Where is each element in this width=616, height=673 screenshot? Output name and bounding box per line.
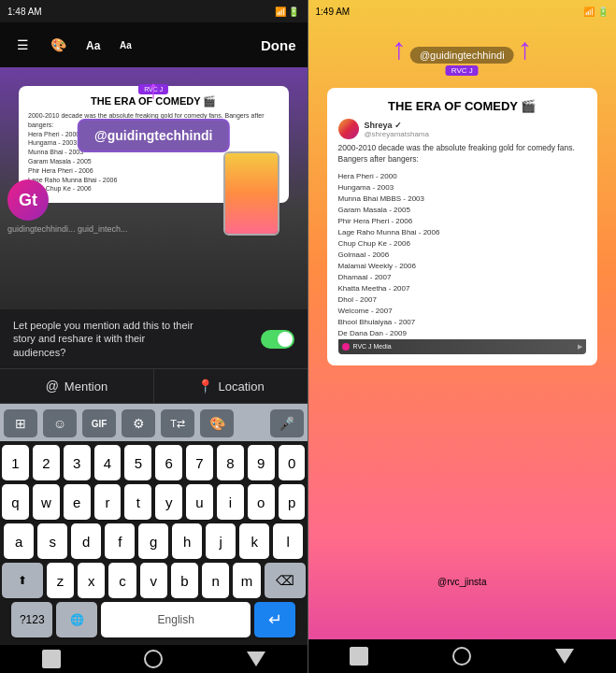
key-d[interactable]: d — [71, 523, 101, 559]
rvc-bottom-bar: RVC J Media ▶ — [338, 339, 587, 354]
key-3[interactable]: 3 — [64, 445, 91, 480]
key-2[interactable]: 2 — [33, 445, 60, 480]
mention-label: Mention — [64, 379, 107, 394]
key-m[interactable]: m — [233, 563, 260, 598]
key-q[interactable]: q — [2, 484, 29, 520]
right-nav-triangle[interactable] — [555, 649, 574, 664]
key-0[interactable]: 0 — [279, 445, 306, 480]
nav-back-triangle[interactable] — [247, 652, 265, 666]
grid-icon[interactable]: ⊞ — [4, 409, 37, 437]
key-k[interactable]: k — [239, 523, 269, 559]
hamburger-icon[interactable]: ☰ — [11, 34, 34, 56]
svg-text:Aa: Aa — [86, 39, 101, 52]
translate-icon[interactable]: T⇄ — [161, 409, 194, 437]
author-avatar — [338, 119, 359, 139]
nav-home-circle[interactable] — [144, 650, 163, 668]
mention-button[interactable]: @ Mention — [0, 369, 154, 403]
done-button[interactable]: Done — [261, 37, 296, 53]
text-icon[interactable]: Aa — [82, 34, 105, 56]
key-j[interactable]: j — [206, 523, 236, 559]
paint-icon[interactable]: 🎨 — [200, 409, 234, 437]
rvc-dot — [342, 343, 350, 351]
key-x[interactable]: x — [78, 563, 105, 598]
right-story-area: ↑ ↑ @guidingtechhindi RVC J THE ERA OF C… — [308, 22, 617, 639]
key-1[interactable]: 1 — [2, 445, 29, 480]
shift-key[interactable]: ⬆ — [2, 563, 43, 598]
right-nav-square[interactable] — [350, 647, 368, 666]
return-key[interactable]: ↵ — [254, 602, 295, 637]
zxcv-key-row: ⬆ z x c v b n m ⌫ — [2, 563, 306, 598]
key-h[interactable]: h — [172, 523, 202, 559]
key-p[interactable]: p — [279, 484, 306, 520]
mention-tag[interactable]: @guidingtechhindi — [78, 119, 229, 152]
phone-screen — [225, 153, 278, 234]
number-key-row: 1 2 3 4 5 6 7 8 9 0 — [2, 445, 306, 480]
key-u[interactable]: u — [186, 484, 213, 520]
right-card-desc: 2000-2010 decade was the absolute freaki… — [338, 143, 587, 165]
left-nav-bar — [0, 645, 308, 673]
key-6[interactable]: 6 — [155, 445, 182, 480]
play-icon: ▶ — [578, 343, 582, 351]
share-toggle-switch[interactable] — [261, 330, 294, 349]
key-b[interactable]: b — [171, 563, 198, 598]
right-content-card: THE ERA OF COMEDY 🎬 Shreya ✓ @shreyamats… — [327, 88, 598, 365]
right-purple-arrows: ↑ ↑ — [308, 32, 617, 66]
nav-square-icon[interactable] — [42, 650, 61, 668]
settings-icon[interactable]: ⚙ — [122, 409, 155, 437]
key-c[interactable]: c — [108, 563, 136, 598]
keyboard-rows: 1 2 3 4 5 6 7 8 9 0 q w e r t y u i — [0, 441, 308, 645]
key-e[interactable]: e — [64, 484, 91, 520]
qwerty-key-row: q w e r t y u i o p — [2, 484, 306, 520]
gif-icon[interactable]: GIF — [82, 409, 116, 437]
text-size-icon[interactable]: Aa — [118, 34, 140, 56]
key-o[interactable]: o — [248, 484, 275, 520]
share-toggle-row: Let people you mention add this to their… — [0, 309, 308, 369]
special-chars-key[interactable]: ?123 — [11, 602, 52, 637]
key-s[interactable]: s — [37, 523, 67, 559]
toggle-knob — [278, 332, 293, 347]
rvc-text: RVC J Media — [353, 343, 392, 351]
globe-key[interactable]: 🌐 — [56, 602, 97, 637]
key-a[interactable]: a — [4, 523, 34, 559]
left-time: 1:48 AM — [7, 7, 42, 17]
bottom-key-row: ?123 🌐 English ↵ — [2, 602, 306, 637]
author-name: Shreya ✓ — [365, 121, 429, 130]
key-4[interactable]: 4 — [94, 445, 122, 480]
key-z[interactable]: z — [47, 563, 74, 598]
color-wheel-icon[interactable]: 🎨 — [47, 34, 69, 56]
right-arrow-right: ↑ — [518, 32, 533, 66]
sticker-icon[interactable]: ☺ — [43, 409, 77, 437]
right-status-bar: 1:49 AM 📶 🔋 — [308, 0, 617, 22]
key-n[interactable]: n — [202, 563, 229, 598]
right-status-icons: 📶 🔋 — [583, 7, 609, 17]
right-time: 1:49 AM — [316, 7, 351, 17]
key-5[interactable]: 5 — [124, 445, 151, 480]
key-g[interactable]: g — [138, 523, 168, 559]
phone-preview-overlay — [223, 151, 279, 236]
story-content-area: ↑ RVC J THE ERA OF COMEDY 🎬 2000-2010 de… — [0, 67, 308, 309]
right-bottom-username: @rvc_jinsta — [437, 577, 486, 587]
left-status-icons: 📶 🔋 — [275, 7, 300, 17]
gt-app-icon: Gt — [7, 179, 49, 221]
location-button[interactable]: 📍 Location — [154, 369, 308, 403]
backspace-key[interactable]: ⌫ — [265, 563, 306, 598]
location-icon: 📍 — [197, 379, 213, 394]
key-9[interactable]: 9 — [248, 445, 275, 480]
key-f[interactable]: f — [105, 523, 135, 559]
key-r[interactable]: r — [94, 484, 122, 520]
key-t[interactable]: t — [124, 484, 151, 520]
key-v[interactable]: v — [140, 563, 167, 598]
key-l[interactable]: l — [273, 523, 303, 559]
key-y[interactable]: y — [155, 484, 182, 520]
right-nav-circle[interactable] — [452, 647, 471, 666]
at-icon: @ — [46, 379, 59, 394]
bottom-sheet: Let people you mention add this to their… — [0, 309, 308, 645]
key-7[interactable]: 7 — [186, 445, 213, 480]
key-w[interactable]: w — [33, 484, 60, 520]
key-i[interactable]: i — [217, 484, 244, 520]
keyboard-emoji-toolbar: ⊞ ☺ GIF ⚙ T⇄ 🎨 🎤 — [0, 404, 308, 441]
toolbar-left-icons: ☰ 🎨 Aa Aa — [11, 34, 140, 56]
key-8[interactable]: 8 — [217, 445, 244, 480]
mic-button[interactable]: 🎤 — [270, 409, 304, 437]
space-key[interactable]: English — [101, 602, 251, 637]
